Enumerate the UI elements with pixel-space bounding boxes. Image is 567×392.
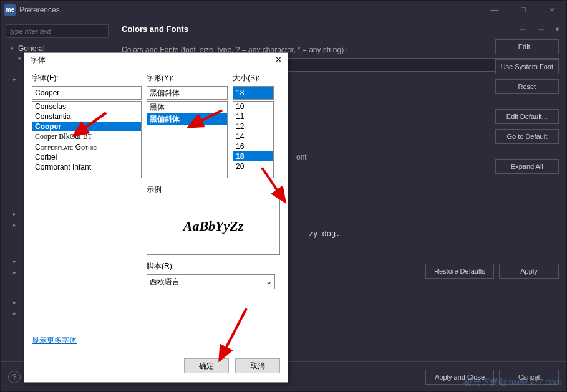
size-option[interactable]: 11 xyxy=(233,112,273,122)
style-option-selected[interactable]: 黑偏斜体 xyxy=(147,113,227,125)
font-option[interactable]: Corbel xyxy=(32,152,141,162)
font-dialog: 字体 × 字体(F): Consolas Constantia Cooper C… xyxy=(24,52,288,383)
size-option[interactable]: 14 xyxy=(233,131,273,141)
watermark: 极光下载站 www.xz7.com xyxy=(463,377,562,388)
font-option-selected[interactable]: Cooper xyxy=(32,122,141,131)
script-area: 脚本(R): 西欧语言 ⌄ xyxy=(147,261,280,289)
font-option[interactable]: Cooper BlkOul BT xyxy=(32,131,141,142)
help-icon[interactable]: ? xyxy=(8,371,21,383)
size-option[interactable]: 10 xyxy=(233,102,273,112)
chevron-down-icon: ▾ xyxy=(11,45,18,52)
preview-sample-text: zy dog. xyxy=(309,230,559,239)
expand-all-button[interactable]: Expand All xyxy=(495,159,559,174)
style-listbox[interactable]: 黑体 黑偏斜体 xyxy=(147,101,228,178)
cancel-button[interactable]: 取消 xyxy=(235,358,280,373)
sample-label: 示例 xyxy=(147,184,280,195)
sample-area: 示例 AaBbYyZz xyxy=(147,184,280,255)
close-button[interactable]: × xyxy=(538,1,566,19)
reset-button[interactable]: Reset xyxy=(495,79,559,94)
script-select[interactable]: 西欧语言 ⌄ xyxy=(147,274,275,289)
side-buttons: Edit... Use System Font Reset Edit Defau… xyxy=(495,39,559,174)
dialog-title: 字体 xyxy=(31,55,276,65)
dialog-close-icon[interactable]: × xyxy=(276,54,281,65)
font-option[interactable]: Copperplate Gothic xyxy=(32,142,141,152)
go-to-default-button[interactable]: Go to Default xyxy=(495,129,559,144)
script-value: 西欧语言 xyxy=(150,277,180,287)
show-more-fonts-link[interactable]: 显示更多字体 xyxy=(32,336,77,345)
size-option[interactable]: 16 xyxy=(233,141,273,151)
sample-text: AaBbYyZz xyxy=(183,218,244,234)
maximize-button[interactable]: □ xyxy=(509,1,538,19)
titlebar: me Preferences — □ × xyxy=(1,1,566,19)
edit-default-button[interactable]: Edit Default... xyxy=(495,109,559,124)
size-input[interactable] xyxy=(233,86,274,100)
page-title: Colors and Fonts xyxy=(122,24,188,34)
size-listbox[interactable]: 10 11 12 14 16 18 20 xyxy=(233,101,274,178)
font-option[interactable]: Consolas xyxy=(32,102,141,112)
apply-button[interactable]: Apply xyxy=(499,264,559,279)
style-option[interactable]: 黑体 xyxy=(147,102,227,113)
font-input[interactable] xyxy=(32,86,142,100)
sample-box: AaBbYyZz xyxy=(147,198,280,255)
app-icon: me xyxy=(4,4,16,16)
size-option[interactable]: 12 xyxy=(233,122,273,131)
minimize-button[interactable]: — xyxy=(480,1,509,19)
ok-button[interactable]: 确定 xyxy=(184,358,229,373)
menu-chevron-icon[interactable]: ▾ xyxy=(556,26,559,32)
font-option[interactable]: Cormorant Infant xyxy=(32,162,141,172)
size-option[interactable]: 20 xyxy=(233,161,273,171)
edit-button[interactable]: Edit... xyxy=(495,39,559,54)
use-system-font-button[interactable]: Use System Font xyxy=(495,59,559,74)
font-listbox[interactable]: Consolas Constantia Cooper Cooper BlkOul… xyxy=(32,101,142,178)
style-label: 字形(Y): xyxy=(147,73,228,84)
window-controls: — □ × xyxy=(480,1,566,19)
nav-forward-icon[interactable]: → xyxy=(536,24,546,35)
size-label: 大小(S): xyxy=(233,73,274,84)
content-header: Colors and Fonts ← → ▾ xyxy=(114,19,566,39)
font-label: 字体(F): xyxy=(32,73,142,84)
script-label: 脚本(R): xyxy=(147,261,280,272)
window-title: Preferences xyxy=(19,6,480,14)
style-input[interactable] xyxy=(147,86,228,100)
filter-input[interactable] xyxy=(6,24,109,38)
dialog-titlebar: 字体 × xyxy=(24,53,288,67)
more-fonts: 显示更多字体 xyxy=(32,335,280,346)
chevron-down-icon: ⌄ xyxy=(266,277,272,286)
nav-back-icon[interactable]: ← xyxy=(518,24,528,35)
restore-defaults-button[interactable]: Restore Defaults xyxy=(425,264,494,279)
dialog-body: 字体(F): Consolas Constantia Cooper Cooper… xyxy=(24,67,288,352)
tree-label: General xyxy=(18,44,45,53)
dialog-footer: 确定 取消 xyxy=(24,352,288,382)
size-option-selected[interactable]: 18 xyxy=(233,151,273,161)
font-option[interactable]: Constantia xyxy=(32,112,141,122)
